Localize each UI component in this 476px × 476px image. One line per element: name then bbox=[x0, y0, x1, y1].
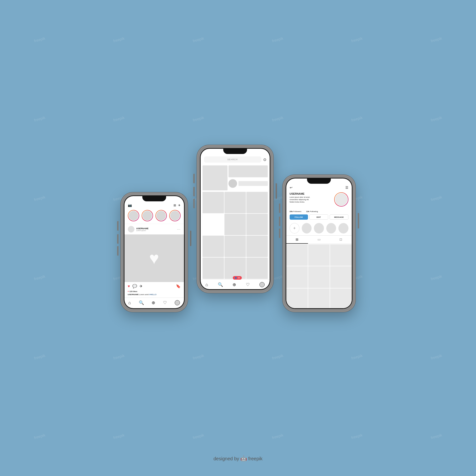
profile-bio: Lorem ipsum dolor sit amet,consectetur a… bbox=[290, 196, 332, 203]
post-location: Lorem ipsum bbox=[136, 230, 149, 231]
story-3[interactable] bbox=[155, 210, 167, 221]
footer: designed by 🤖 freepik bbox=[0, 456, 476, 462]
like-icon[interactable]: ♥ bbox=[128, 284, 130, 289]
search-featured-main bbox=[203, 165, 227, 190]
profile-avatar-ring[interactable] bbox=[334, 192, 348, 206]
search-side-avatar bbox=[228, 179, 237, 188]
post-more-button[interactable]: ··· bbox=[177, 227, 181, 231]
profile-post-9[interactable] bbox=[330, 289, 352, 308]
highlight-3[interactable] bbox=[326, 223, 336, 234]
search-nav-search-icon[interactable]: 🔍 bbox=[218, 282, 223, 287]
search-side-top bbox=[228, 165, 268, 177]
nav-plus-icon[interactable]: ⊕ bbox=[152, 300, 155, 305]
phone-1-feed: 📷 ⊞ ✈ bbox=[121, 192, 187, 312]
notch-1 bbox=[142, 196, 166, 201]
camera-icon[interactable]: 📷 bbox=[128, 203, 132, 207]
search-featured-side bbox=[228, 165, 268, 190]
send-icon[interactable]: ✈ bbox=[178, 204, 181, 207]
profile-post-6[interactable] bbox=[330, 266, 352, 288]
notch-3 bbox=[307, 178, 331, 184]
search-nav-heart-icon[interactable]: ♡ bbox=[246, 282, 250, 287]
profile-post-5[interactable] bbox=[308, 266, 330, 288]
nav-heart-icon[interactable]: ♡ bbox=[163, 300, 167, 305]
search-grid-4 bbox=[246, 214, 268, 235]
caption-text: Lorem amit bbox=[139, 293, 149, 296]
tab-grid[interactable]: ⊞ bbox=[286, 236, 308, 244]
highlight-2[interactable] bbox=[314, 223, 324, 234]
highlight-1[interactable] bbox=[302, 223, 311, 234]
profile-post-1[interactable] bbox=[286, 244, 308, 266]
edit-button[interactable]: EDIT bbox=[309, 214, 328, 220]
story-1[interactable] bbox=[128, 210, 139, 221]
profile-screen: ↩ ☰ USERNAME Lorem ipsum dolor sit amet,… bbox=[286, 178, 352, 308]
search-grid-9 bbox=[224, 257, 246, 279]
search-screen: SEARCH ⊙ bbox=[201, 149, 270, 289]
search-grid bbox=[201, 191, 270, 279]
follow-button[interactable]: FOLLOW bbox=[290, 214, 308, 220]
story-4[interactable] bbox=[169, 210, 181, 221]
heart-likes-icon: ♥ bbox=[128, 290, 129, 292]
bookmark-icon[interactable]: 🔖 bbox=[176, 284, 181, 289]
notch-2 bbox=[223, 149, 247, 154]
search-featured-row bbox=[201, 165, 270, 191]
comment-icon[interactable]: 💬 bbox=[132, 284, 137, 289]
nav-home-icon[interactable]: ⌂ bbox=[128, 300, 131, 305]
search-placeholder: SEARCH bbox=[227, 158, 238, 161]
caption-hashtag: #HELLO bbox=[149, 293, 157, 296]
profile-tabs: ⊞ ▭ ⊡ bbox=[286, 235, 352, 244]
notification-count: 85 bbox=[238, 277, 240, 279]
profile-post-8[interactable] bbox=[308, 289, 330, 308]
tab-tv[interactable]: ▭ bbox=[308, 236, 330, 244]
nav-search-icon[interactable]: 🔍 bbox=[139, 300, 144, 305]
likes-count: 120 likes bbox=[129, 290, 137, 292]
phones-container: 📷 ⊞ ✈ bbox=[121, 145, 355, 312]
phone-3-profile: ↩ ☰ USERNAME Lorem ipsum dolor sit amet,… bbox=[283, 175, 355, 312]
feed-post-header: USERNAME Lorem ipsum ··· bbox=[124, 224, 184, 235]
search-grid-7 bbox=[246, 236, 268, 257]
search-grid-3 bbox=[224, 214, 246, 235]
profile-info: USERNAME Lorem ipsum dolor sit amet,cons… bbox=[290, 192, 332, 203]
search-bar[interactable]: SEARCH bbox=[204, 156, 261, 163]
camera-search-icon[interactable]: ⊙ bbox=[263, 157, 266, 162]
tab-tagged[interactable]: ⊡ bbox=[330, 236, 352, 244]
profile-highlights: + bbox=[286, 221, 352, 235]
message-button[interactable]: MESSAGE bbox=[330, 214, 348, 220]
caption-username: USERNAME bbox=[128, 293, 139, 296]
profile-post-7[interactable] bbox=[286, 289, 308, 308]
search-grid-tall bbox=[203, 192, 224, 213]
share-icon[interactable]: ✈ bbox=[139, 284, 143, 289]
search-nav-profile-avatar[interactable] bbox=[259, 282, 265, 287]
profile-avatar bbox=[335, 193, 348, 206]
profile-post-3[interactable] bbox=[330, 244, 352, 266]
footer-text: designed by bbox=[214, 456, 239, 461]
search-nav-home-icon[interactable]: ⌂ bbox=[205, 282, 208, 287]
post-username: USERNAME bbox=[136, 227, 149, 230]
profile-post-4[interactable] bbox=[286, 266, 308, 288]
search-nav-plus-icon[interactable]: ⊕ bbox=[233, 282, 236, 287]
search-grid-10 bbox=[246, 257, 268, 279]
feed-top-bar: 📷 ⊞ ✈ bbox=[124, 201, 184, 208]
followers-stat: 20k Followers bbox=[290, 210, 302, 213]
phone-2-search: SEARCH ⊙ bbox=[197, 145, 273, 293]
followers-label: Followers bbox=[293, 210, 301, 213]
profile-grid bbox=[286, 244, 352, 308]
post-avatar[interactable] bbox=[128, 226, 135, 233]
profile-buttons: FOLLOW EDIT MESSAGE bbox=[286, 214, 352, 221]
search-grid-6 bbox=[224, 236, 246, 257]
feed-bottom-nav: ⌂ 🔍 ⊕ ♡ bbox=[124, 298, 184, 308]
profile-stats: 20k Followers 12k Following bbox=[286, 209, 352, 214]
menu-icon[interactable]: ☰ bbox=[345, 186, 348, 189]
feed-post-image: ♥ bbox=[124, 235, 184, 282]
highlight-4[interactable] bbox=[339, 223, 348, 234]
profile-header: USERNAME Lorem ipsum dolor sit amet,cons… bbox=[286, 191, 352, 209]
back-history-icon[interactable]: ↩ bbox=[290, 186, 292, 189]
story-plus-icon[interactable]: ⊞ bbox=[173, 204, 176, 207]
search-top: SEARCH ⊙ bbox=[201, 154, 270, 165]
highlight-add-button[interactable]: + bbox=[290, 223, 300, 234]
profile-post-2[interactable] bbox=[308, 244, 330, 266]
story-2[interactable] bbox=[142, 210, 153, 221]
followers-count: 20k bbox=[290, 210, 293, 213]
search-grid-5 bbox=[203, 236, 224, 257]
nav-profile-avatar[interactable] bbox=[175, 300, 180, 305]
feed-actions: ♥ 💬 ✈ 🔖 bbox=[124, 282, 184, 290]
